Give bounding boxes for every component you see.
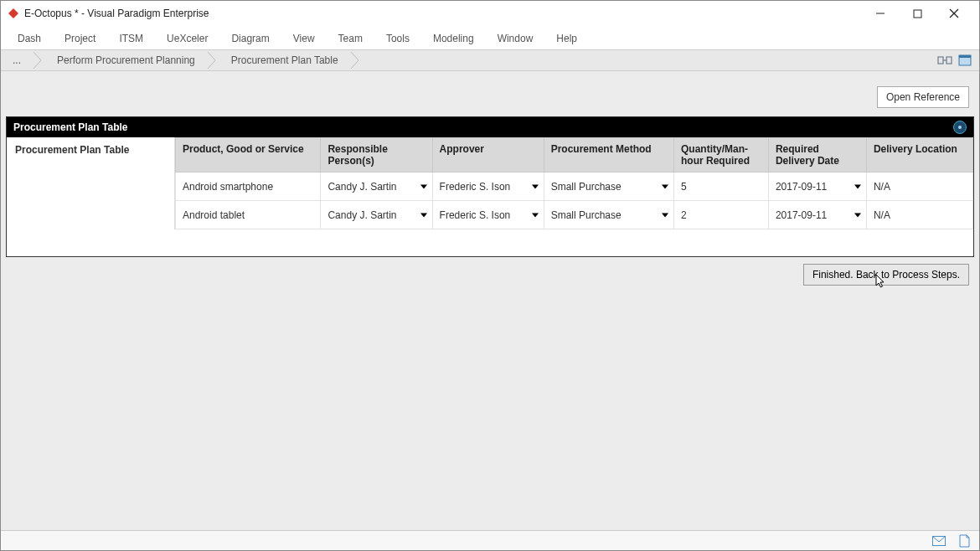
chevron-down-icon[interactable] bbox=[532, 213, 539, 217]
toolbar-panel-icon[interactable] bbox=[957, 53, 972, 68]
menu-window[interactable]: Window bbox=[486, 29, 545, 48]
breadcrumb-item-0[interactable]: Perform Procurement Planning bbox=[42, 51, 207, 70]
col-responsible[interactable]: Responsible Person(s) bbox=[321, 138, 432, 173]
cell-date[interactable]: 2017-09-11 bbox=[768, 201, 866, 229]
cell-approver[interactable]: Frederic S. Ison bbox=[432, 201, 544, 229]
svg-rect-6 bbox=[946, 57, 952, 64]
content-area: Open Reference Procurement Plan Table Pr… bbox=[1, 71, 979, 530]
cell-responsible[interactable]: Candy J. Sartin bbox=[321, 201, 432, 229]
svg-point-10 bbox=[958, 126, 962, 129]
chevron-down-icon[interactable] bbox=[420, 184, 427, 188]
col-method[interactable]: Procurement Method bbox=[544, 138, 673, 173]
app-icon bbox=[8, 8, 19, 19]
mail-icon[interactable] bbox=[932, 534, 946, 548]
menu-modeling[interactable]: Modeling bbox=[421, 29, 486, 48]
col-location[interactable]: Delivery Location bbox=[866, 138, 972, 173]
breadcrumb: ... Perform Procurement Planning Procure… bbox=[4, 51, 937, 70]
cell-product[interactable]: Android tablet bbox=[176, 201, 321, 229]
panel-title: Procurement Plan Table bbox=[13, 121, 127, 133]
col-quantity[interactable]: Quantity/Man-hour Required bbox=[673, 138, 768, 173]
cell-responsible[interactable]: Candy J. Sartin bbox=[321, 173, 432, 201]
window-close-button[interactable] bbox=[936, 1, 972, 26]
window-minimize-button[interactable] bbox=[862, 1, 899, 26]
menu-view[interactable]: View bbox=[281, 29, 327, 48]
breadcrumb-root[interactable]: ... bbox=[4, 51, 33, 70]
cell-method[interactable]: Small Purchase bbox=[544, 173, 673, 201]
chevron-right-icon bbox=[33, 51, 42, 70]
chevron-down-icon[interactable] bbox=[420, 213, 427, 217]
chevron-down-icon[interactable] bbox=[532, 184, 539, 188]
procurement-table: Product, Good or Service Responsible Per… bbox=[174, 137, 973, 229]
panel-side-label: Procurement Plan Table bbox=[7, 137, 174, 229]
chevron-down-icon[interactable] bbox=[662, 213, 668, 217]
table-row[interactable]: Android tablet Candy J. Sartin Frederic … bbox=[176, 201, 973, 229]
status-bar bbox=[1, 530, 979, 550]
menu-uexceler[interactable]: UeXceler bbox=[155, 29, 219, 48]
panel-target-icon[interactable] bbox=[953, 121, 967, 134]
svg-rect-5 bbox=[938, 57, 943, 64]
cell-quantity[interactable]: 5 bbox=[673, 173, 768, 201]
window-title: E-Octopus * - Visual Paradigm Enterprise bbox=[24, 8, 209, 19]
col-approver[interactable]: Approver bbox=[432, 138, 544, 173]
window-maximize-button[interactable] bbox=[899, 1, 936, 26]
table-header-row: Product, Good or Service Responsible Per… bbox=[176, 138, 973, 173]
breadcrumb-item-1[interactable]: Procurement Plan Table bbox=[216, 51, 350, 70]
menu-help[interactable]: Help bbox=[544, 29, 589, 48]
procurement-panel: Procurement Plan Table Procurement Plan … bbox=[6, 116, 974, 257]
svg-marker-0 bbox=[8, 8, 18, 18]
col-product[interactable]: Product, Good or Service bbox=[176, 138, 321, 173]
cell-date[interactable]: 2017-09-11 bbox=[768, 173, 866, 201]
panel-header: Procurement Plan Table bbox=[7, 117, 973, 137]
svg-rect-9 bbox=[959, 55, 971, 58]
open-reference-button[interactable]: Open Reference bbox=[877, 86, 969, 108]
cell-location[interactable]: N/A bbox=[866, 201, 972, 229]
menu-tools[interactable]: Tools bbox=[374, 29, 421, 48]
mouse-cursor-icon bbox=[875, 274, 887, 291]
cell-quantity[interactable]: 2 bbox=[673, 201, 768, 229]
menu-team[interactable]: Team bbox=[327, 29, 374, 48]
cell-location[interactable]: N/A bbox=[866, 173, 972, 201]
cell-method[interactable]: Small Purchase bbox=[544, 201, 673, 229]
svg-rect-2 bbox=[914, 10, 921, 18]
chevron-down-icon[interactable] bbox=[854, 213, 861, 217]
menubar: Dash Project ITSM UeXceler Diagram View … bbox=[1, 26, 979, 49]
breadcrumb-item-label: Perform Procurement Planning bbox=[57, 54, 195, 66]
table-row[interactable]: Android smartphone Candy J. Sartin Frede… bbox=[176, 173, 973, 201]
breadcrumb-root-label: ... bbox=[13, 54, 21, 66]
breadcrumb-item-label: Procurement Plan Table bbox=[231, 54, 338, 66]
chevron-right-icon bbox=[207, 51, 216, 70]
menu-itsm[interactable]: ITSM bbox=[107, 29, 155, 48]
window-titlebar: E-Octopus * - Visual Paradigm Enterprise bbox=[1, 1, 979, 26]
document-icon[interactable] bbox=[957, 534, 971, 548]
chevron-down-icon[interactable] bbox=[854, 184, 861, 188]
col-date[interactable]: Required Delivery Date bbox=[768, 138, 866, 173]
menu-project[interactable]: Project bbox=[53, 29, 107, 48]
toolbar-layout-icon[interactable] bbox=[937, 53, 952, 68]
breadcrumb-bar: ... Perform Procurement Planning Procure… bbox=[1, 49, 979, 71]
cell-approver[interactable]: Frederic S. Ison bbox=[432, 173, 544, 201]
chevron-down-icon[interactable] bbox=[662, 184, 668, 188]
menu-dash[interactable]: Dash bbox=[6, 29, 53, 48]
menu-diagram[interactable]: Diagram bbox=[219, 29, 281, 48]
chevron-right-icon bbox=[350, 51, 359, 70]
cell-product[interactable]: Android smartphone bbox=[176, 173, 321, 201]
